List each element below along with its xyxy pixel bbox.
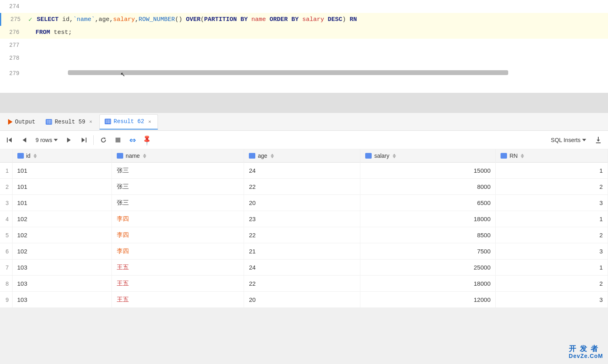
tab-result62-label: Result 62 bbox=[114, 118, 144, 125]
line-number-277: 277 bbox=[0, 42, 24, 48]
cell-rownum: 1 bbox=[0, 163, 12, 179]
cell-name: 王五 bbox=[112, 292, 244, 308]
watermark-line2: DevZe.CoM bbox=[569, 353, 603, 359]
sort-salary[interactable] bbox=[393, 154, 396, 158]
tab-result59[interactable]: Result 59 ✕ bbox=[41, 114, 99, 130]
cell-rownum: 5 bbox=[0, 227, 12, 243]
cell-salary: 25000 bbox=[360, 259, 496, 276]
svg-rect-0 bbox=[7, 138, 8, 142]
code-line-279: 279 bbox=[0, 65, 608, 77]
refresh-button[interactable] bbox=[97, 134, 110, 146]
cell-rownum: 7 bbox=[0, 259, 12, 276]
cell-name: 李四 bbox=[112, 211, 244, 227]
cell-rn: 3 bbox=[496, 243, 608, 259]
col-id-label: id bbox=[26, 153, 31, 159]
cell-salary: 15000 bbox=[360, 163, 496, 179]
col-icon-salary bbox=[365, 153, 372, 159]
cell-rn: 2 bbox=[496, 276, 608, 292]
svg-marker-8 bbox=[582, 139, 586, 141]
sql-inserts-label: SQL Inserts bbox=[551, 137, 581, 143]
sort-down-icon bbox=[271, 156, 274, 158]
svg-marker-6 bbox=[82, 138, 85, 142]
code-line-277: 277 bbox=[0, 39, 608, 52]
cell-rownum: 6 bbox=[0, 243, 12, 259]
table-row: 7 103 王五 24 25000 1 bbox=[0, 259, 608, 276]
col-salary-label: salary bbox=[374, 153, 389, 159]
tab-output[interactable]: Output bbox=[3, 114, 40, 130]
svg-marker-2 bbox=[23, 138, 26, 142]
sort-up-icon bbox=[393, 154, 396, 156]
last-page-button[interactable] bbox=[77, 134, 90, 146]
cell-salary: 7500 bbox=[360, 243, 496, 259]
cell-age: 22 bbox=[244, 276, 360, 292]
cell-name: 张三 bbox=[112, 179, 244, 195]
th-salary[interactable]: salary bbox=[360, 149, 496, 163]
cell-rownum: 9 bbox=[0, 292, 12, 308]
line-number-276: 276 bbox=[0, 29, 24, 36]
col-icon-name bbox=[117, 153, 123, 159]
rows-dropdown[interactable]: 9 rows bbox=[32, 135, 61, 145]
result-table-wrapper[interactable]: id name bbox=[0, 149, 608, 308]
cell-rownum: 2 bbox=[0, 179, 12, 195]
sort-rn[interactable] bbox=[521, 154, 524, 158]
svg-rect-9 bbox=[596, 142, 601, 143]
cell-id: 103 bbox=[12, 259, 112, 276]
line-number-275: 275 bbox=[1, 16, 25, 23]
col-icon-id bbox=[17, 153, 24, 159]
cell-salary: 18000 bbox=[360, 276, 496, 292]
cell-salary: 8500 bbox=[360, 227, 496, 243]
cell-name: 王五 bbox=[112, 259, 244, 276]
first-page-button[interactable] bbox=[3, 134, 16, 146]
cell-rn: 3 bbox=[496, 292, 608, 308]
cell-salary: 12000 bbox=[360, 292, 496, 308]
sort-name[interactable] bbox=[143, 154, 146, 158]
sql-inserts-button[interactable]: SQL Inserts bbox=[547, 135, 590, 145]
cell-rownum: 4 bbox=[0, 211, 12, 227]
th-id[interactable]: id bbox=[12, 149, 112, 163]
tab-result62-close[interactable]: ✕ bbox=[147, 118, 153, 126]
tab-result59-close[interactable]: ✕ bbox=[88, 118, 94, 126]
next-page-button[interactable] bbox=[63, 134, 76, 146]
sort-up-icon bbox=[521, 154, 524, 156]
horizontal-scrollbar[interactable] bbox=[68, 70, 508, 75]
cell-rn: 1 bbox=[496, 211, 608, 227]
sort-age[interactable] bbox=[271, 154, 274, 158]
cell-rn: 2 bbox=[496, 179, 608, 195]
sort-down-icon bbox=[521, 156, 524, 158]
table-row: 4 102 李四 23 18000 1 bbox=[0, 211, 608, 227]
col-age-label: age bbox=[258, 153, 267, 159]
tab-result62[interactable]: Result 62 ✕ bbox=[99, 114, 158, 130]
th-age[interactable]: age bbox=[244, 149, 360, 163]
panel-divider bbox=[0, 93, 608, 113]
table-row: 8 103 王五 22 18000 2 bbox=[0, 276, 608, 292]
watermark: 开 发 者 DevZe.CoM bbox=[569, 344, 603, 359]
code-line-276: 276 FROM test; bbox=[0, 26, 608, 39]
download-button[interactable] bbox=[592, 134, 605, 146]
sort-up-icon bbox=[271, 154, 274, 156]
cell-age: 22 bbox=[244, 227, 360, 243]
sort-down-icon bbox=[393, 156, 396, 158]
output-icon bbox=[8, 119, 13, 125]
cell-age: 23 bbox=[244, 211, 360, 227]
sort-id[interactable] bbox=[34, 154, 37, 158]
pin-button[interactable]: 📌 bbox=[138, 131, 156, 149]
cell-id: 101 bbox=[12, 195, 112, 211]
svg-marker-1 bbox=[8, 138, 12, 142]
table-row: 6 102 李四 21 7500 3 bbox=[0, 243, 608, 259]
line-number-278: 278 bbox=[0, 55, 24, 61]
cell-rn: 1 bbox=[496, 163, 608, 179]
stop-button[interactable] bbox=[112, 134, 124, 146]
move-button[interactable]: ⇔ bbox=[126, 134, 139, 146]
cell-salary: 8000 bbox=[360, 179, 496, 195]
tab-result59-label: Result 59 bbox=[55, 119, 85, 125]
code-line-275: 275 ✓ SELECT id,`name`,age,salary,ROW_NU… bbox=[0, 13, 608, 26]
prev-page-button[interactable] bbox=[18, 134, 31, 146]
cell-id: 102 bbox=[12, 243, 112, 259]
line-number-274: 274 bbox=[0, 3, 24, 10]
cell-rn: 2 bbox=[496, 227, 608, 243]
th-name[interactable]: name bbox=[112, 149, 244, 163]
svg-marker-12 bbox=[597, 140, 600, 142]
table-row: 2 101 张三 22 8000 2 bbox=[0, 179, 608, 195]
th-rn[interactable]: RN bbox=[496, 149, 608, 163]
cell-age: 20 bbox=[244, 292, 360, 308]
